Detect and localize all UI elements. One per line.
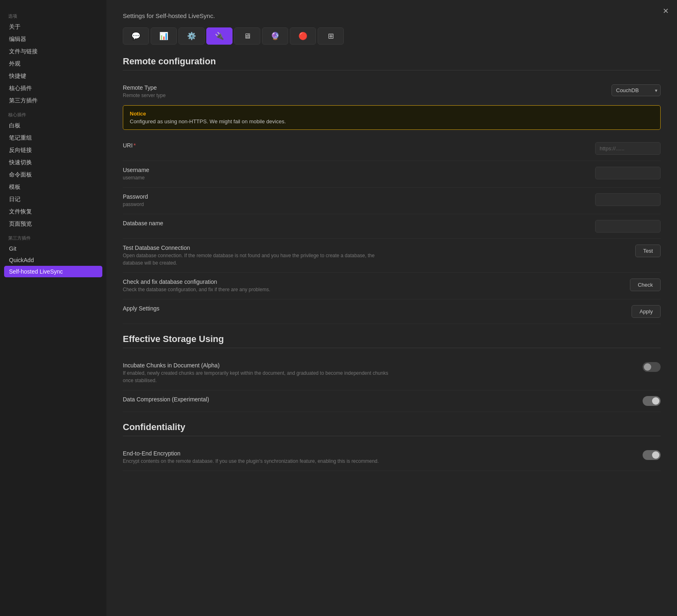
- sidebar-item-appearance[interactable]: 外观: [4, 58, 102, 70]
- page-title: Settings for Self-hosted LiveSync.: [123, 12, 661, 19]
- remote-type-select-wrapper: CouchDB MinIO: [612, 84, 661, 96]
- test-connection-control: Test: [635, 245, 661, 257]
- database-name-row: Database name: [123, 214, 661, 239]
- incubate-chunks-toggle[interactable]: [643, 362, 661, 372]
- uri-control: [595, 142, 661, 155]
- password-control: [595, 193, 661, 206]
- e2e-encryption-toggle[interactable]: [643, 450, 661, 460]
- sidebar-item-core-plugins[interactable]: 核心插件: [4, 82, 102, 95]
- database-name-input[interactable]: [595, 220, 661, 233]
- e2e-encryption-label-group: End-to-End Encryption Encrypt contents o…: [123, 450, 634, 465]
- data-compression-row: Data Compression (Experimental): [123, 390, 661, 412]
- sidebar-item-file-recovery[interactable]: 文件恢复: [4, 206, 102, 218]
- tab-screen[interactable]: 🖥: [234, 27, 260, 45]
- incubate-chunks-label-group: Incubate Chunks in Document (Alpha) If e…: [123, 362, 634, 384]
- data-compression-toggle[interactable]: [643, 396, 661, 406]
- sidebar-item-whiteboard[interactable]: 白板: [4, 120, 102, 132]
- username-row: Username username: [123, 161, 661, 188]
- remote-type-desc: Remote server type: [123, 92, 389, 99]
- check-button[interactable]: Check: [630, 279, 661, 291]
- confidentiality-heading: Confidentiality: [123, 422, 661, 436]
- password-row: Password password: [123, 188, 661, 214]
- apply-settings-control: Apply: [632, 305, 661, 318]
- uri-input[interactable]: [595, 142, 661, 155]
- database-name-label: Database name: [123, 220, 587, 226]
- remote-type-row: Remote Type Remote server type CouchDB M…: [123, 79, 661, 105]
- sidebar-item-about[interactable]: 关于: [4, 21, 102, 33]
- sidebar-item-quick-switch[interactable]: 快速切换: [4, 156, 102, 169]
- data-compression-control: [643, 396, 661, 406]
- data-compression-label-group: Data Compression (Experimental): [123, 396, 634, 403]
- tab-chart[interactable]: 📊: [151, 27, 177, 45]
- tab-plugin[interactable]: 🔌: [206, 27, 232, 45]
- data-compression-label: Data Compression (Experimental): [123, 396, 634, 403]
- close-button[interactable]: ✕: [663, 7, 669, 16]
- test-connection-label: Test Database Connection: [123, 245, 627, 251]
- tab-grid[interactable]: ⊞: [318, 27, 344, 45]
- e2e-encryption-label: End-to-End Encryption: [123, 450, 634, 457]
- uri-required: *: [133, 142, 135, 149]
- tab-red[interactable]: 🔴: [290, 27, 316, 45]
- test-connection-desc: Open database connection. If the remote …: [123, 252, 389, 267]
- password-desc: password: [123, 201, 389, 208]
- sidebar-top-section-label: 选项: [4, 8, 102, 21]
- incubate-chunks-desc: If enabled, newly created chunks are tem…: [123, 369, 389, 384]
- sidebar-item-livesync[interactable]: Self-hosted LiveSync: [4, 266, 102, 277]
- password-label: Password: [123, 193, 587, 200]
- sidebar-item-backlinks[interactable]: 反向链接: [4, 144, 102, 156]
- incubate-chunks-row: Incubate Chunks in Document (Alpha) If e…: [123, 356, 661, 390]
- sidebar-item-editor[interactable]: 编辑器: [4, 33, 102, 45]
- apply-button[interactable]: Apply: [632, 305, 661, 318]
- check-fix-control: Check: [630, 279, 661, 291]
- sidebar-item-git[interactable]: Git: [4, 243, 102, 254]
- database-name-label-group: Database name: [123, 220, 587, 227]
- test-connection-row: Test Database Connection Open database c…: [123, 239, 661, 273]
- uri-label: URI*: [123, 142, 587, 149]
- password-input[interactable]: [595, 193, 661, 206]
- sidebar-item-third-party-plugins[interactable]: 第三方插件: [4, 95, 102, 107]
- username-control: [595, 167, 661, 179]
- notice-box: Notice Configured as using non-HTTPS. We…: [123, 105, 661, 130]
- notice-title: Notice: [130, 111, 654, 117]
- sidebar-item-quickadd[interactable]: QuickAdd: [4, 254, 102, 266]
- test-connection-label-group: Test Database Connection Open database c…: [123, 245, 627, 267]
- uri-row: URI*: [123, 136, 661, 161]
- tab-bar: 💬 📊 ⚙️ 🔌 🖥 🔮 🔴 ⊞: [123, 27, 661, 45]
- e2e-encryption-row: End-to-End Encryption Encrypt contents o…: [123, 444, 661, 471]
- tab-chat[interactable]: 💬: [123, 27, 149, 45]
- notice-text: Configured as using non-HTTPS. We might …: [130, 118, 654, 125]
- sidebar-core-section-label: 核心插件: [4, 107, 102, 120]
- test-button[interactable]: Test: [635, 245, 661, 257]
- tab-gear[interactable]: ⚙️: [178, 27, 205, 45]
- remote-type-control: CouchDB MinIO: [612, 84, 661, 96]
- check-fix-row: Check and fix database configuration Che…: [123, 273, 661, 299]
- database-name-control: [595, 220, 661, 233]
- remote-type-label-group: Remote Type Remote server type: [123, 84, 603, 99]
- sidebar-third-section-label: 第三方插件: [4, 230, 102, 243]
- remote-type-label: Remote Type: [123, 84, 603, 91]
- sidebar-item-command-palette[interactable]: 命令面板: [4, 169, 102, 181]
- username-input[interactable]: [595, 167, 661, 179]
- sidebar-item-note-rebuild[interactable]: 笔记重组: [4, 132, 102, 144]
- uri-label-group: URI*: [123, 142, 587, 149]
- sidebar-item-page-preview[interactable]: 页面预览: [4, 218, 102, 230]
- incubate-chunks-label: Incubate Chunks in Document (Alpha): [123, 362, 634, 369]
- remote-type-select[interactable]: CouchDB MinIO: [612, 84, 661, 96]
- check-fix-label: Check and fix database configuration: [123, 279, 622, 285]
- main-panel: ✕ Settings for Self-hosted LiveSync. 💬 📊…: [106, 0, 677, 616]
- check-fix-label-group: Check and fix database configuration Che…: [123, 279, 622, 293]
- sidebar-item-hotkeys[interactable]: 快捷键: [4, 70, 102, 82]
- e2e-encryption-desc: Encrypt contents on the remote database.…: [123, 457, 389, 465]
- sidebar-item-templates[interactable]: 模板: [4, 181, 102, 193]
- tab-purple[interactable]: 🔮: [262, 27, 288, 45]
- sidebar-item-diary[interactable]: 日记: [4, 193, 102, 206]
- sidebar: 选项 关于 编辑器 文件与链接 外观 快捷键 核心插件 第三方插件 核心插件 白…: [0, 0, 106, 616]
- username-label-group: Username username: [123, 167, 587, 181]
- remote-config-heading: Remote configuration: [123, 56, 661, 70]
- check-fix-desc: Check the database configuration, and fi…: [123, 286, 389, 293]
- username-desc: username: [123, 174, 389, 181]
- password-label-group: Password password: [123, 193, 587, 208]
- apply-settings-label: Apply Settings: [123, 305, 623, 312]
- sidebar-item-files-links[interactable]: 文件与链接: [4, 45, 102, 58]
- username-label: Username: [123, 167, 587, 173]
